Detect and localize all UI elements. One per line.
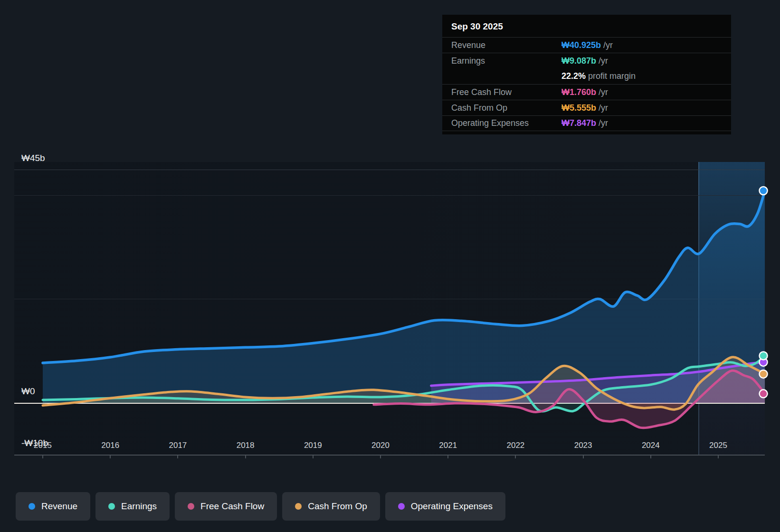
legend-item-earnings[interactable]: Earnings <box>95 492 170 521</box>
legend-dot-icon <box>188 503 194 510</box>
tooltip-row-value: ₩7.847b <box>561 118 596 128</box>
legend-item-label: Operating Expenses <box>411 501 493 512</box>
legend-dot-icon <box>398 503 405 510</box>
tooltip-date: Sep 30 2025 <box>442 15 731 37</box>
tooltip-row-value: ₩1.760b <box>561 87 596 97</box>
tooltip-row-value: 22.2% <box>561 71 586 81</box>
legend-dot-icon <box>295 503 302 510</box>
legend-item-operating-expenses[interactable]: Operating Expenses <box>385 492 505 521</box>
tooltip-row-label: Revenue <box>451 40 561 50</box>
tooltip: Sep 30 2025 Revenue₩40.925b /yrEarnings₩… <box>442 15 731 134</box>
tooltip-row-value: ₩9.087b <box>561 56 596 66</box>
legend-item-free-cash-flow[interactable]: Free Cash Flow <box>175 492 277 521</box>
financial-history-chart-page: { "tooltip": { "date": "Sep 30 2025", "r… <box>0 0 780 532</box>
tooltip-row-label: Free Cash Flow <box>451 87 561 97</box>
end-marker-free-cash-flow[interactable] <box>760 390 768 398</box>
tooltip-row-value: ₩40.925b <box>561 40 601 50</box>
tooltip-row-suffix: /yr <box>601 40 613 50</box>
tooltip-row: Cash From Op₩5.555b /yr <box>442 100 731 115</box>
legend-item-label: Earnings <box>121 501 157 512</box>
tooltip-row-suffix: /yr <box>596 56 608 66</box>
legend: RevenueEarningsFree Cash FlowCash From O… <box>16 492 505 521</box>
tooltip-rows: Revenue₩40.925b /yrEarnings₩9.087b /yr22… <box>442 37 731 131</box>
legend-item-label: Revenue <box>41 501 77 512</box>
legend-item-label: Free Cash Flow <box>200 501 264 512</box>
tooltip-row-suffix: /yr <box>596 87 608 97</box>
legend-item-cash-from-op[interactable]: Cash From Op <box>282 492 380 521</box>
tooltip-row-label: Earnings <box>451 56 561 66</box>
tooltip-row: Earnings₩9.087b /yr <box>442 53 731 68</box>
tooltip-row-label: Operating Expenses <box>451 118 561 128</box>
legend-item-label: Cash From Op <box>308 501 367 512</box>
legend-dot-icon <box>108 503 115 510</box>
tooltip-row: Free Cash Flow₩1.760b /yr <box>442 84 731 100</box>
end-marker-cash-from-op[interactable] <box>760 370 768 378</box>
legend-dot-icon <box>29 503 35 510</box>
end-marker-earnings[interactable] <box>760 352 768 360</box>
tooltip-row-suffix: /yr <box>596 103 608 113</box>
tooltip-row-suffix: /yr <box>596 118 608 128</box>
tooltip-row-value: ₩5.555b <box>561 103 596 113</box>
tooltip-row: Revenue₩40.925b /yr <box>442 37 731 53</box>
series-area-revenue <box>43 191 765 403</box>
tooltip-row-label: Cash From Op <box>451 103 561 113</box>
end-marker-revenue[interactable] <box>760 187 768 195</box>
tooltip-row: 22.2% profit margin <box>442 68 731 84</box>
tooltip-row: Operating Expenses₩7.847b /yr <box>442 115 731 131</box>
legend-item-revenue[interactable]: Revenue <box>16 492 90 521</box>
tooltip-row-suffix: profit margin <box>586 71 636 81</box>
